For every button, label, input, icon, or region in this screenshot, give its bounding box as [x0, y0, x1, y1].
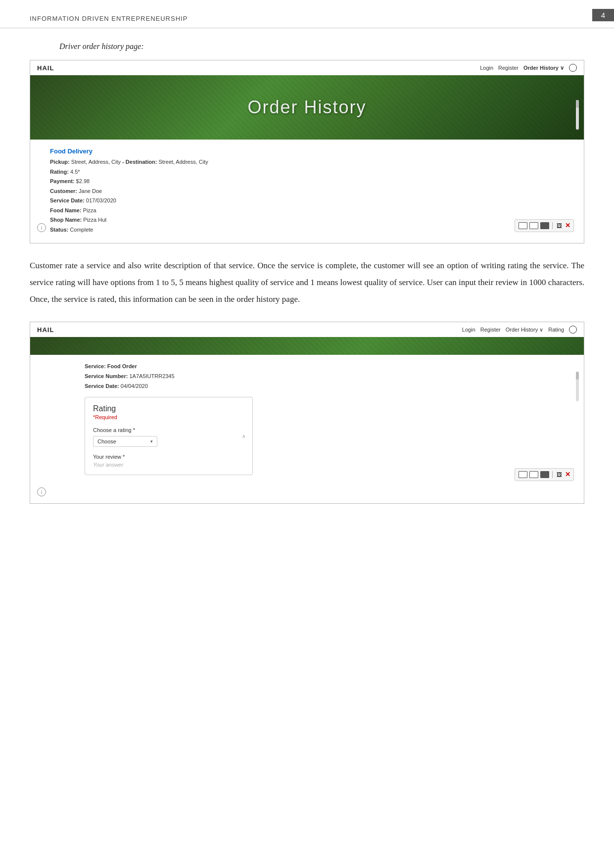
customer-label: Customer:: [50, 188, 77, 194]
service-date-detail: Service Date: 017/03/2020: [50, 196, 574, 205]
info-icon-1: i: [37, 223, 46, 232]
edit-icon-1[interactable]: [529, 222, 538, 229]
service-date-value: 017/03/2020: [86, 197, 116, 203]
hero-title-1: Order History: [247, 97, 366, 118]
pickup-label: Pickup:: [50, 159, 70, 165]
food-name-detail: Food Name: Pizza: [50, 206, 574, 215]
hero-area-1: Order History: [30, 75, 584, 140]
nav-logo-2: HAIL: [37, 326, 54, 334]
body-text: Customer rate a service and also write d…: [30, 257, 584, 308]
service-number-label: Service Number:: [85, 373, 128, 379]
view-icon-2[interactable]: [519, 471, 527, 478]
shop-name-value: Pizza Hut: [83, 217, 106, 223]
shop-name-label: Shop Name:: [50, 217, 82, 223]
food-name-value: Pizza: [83, 207, 96, 213]
page-number: 4: [592, 9, 614, 21]
document-header: INFORMATION DRIVEN ENTREPRENEURSHIP 4: [0, 0, 614, 28]
customer-value: Jane Doe: [79, 188, 102, 194]
nav-link-order-history-2[interactable]: Order History ∨: [506, 327, 543, 333]
info-icon-2: i: [37, 487, 46, 496]
service-number-row: Service Number: 1A7A5IUTRR2345: [85, 372, 574, 382]
nav-link-rating-2[interactable]: Rating: [548, 327, 564, 333]
service-date-value-2: 04/04/2020: [121, 383, 148, 389]
view-icon-1[interactable]: [519, 222, 527, 229]
delete-icon-1[interactable]: [540, 222, 549, 229]
destination-label: - Destination:: [122, 159, 157, 165]
image-icon-1[interactable]: 🖼: [555, 222, 563, 229]
service-info: Service: Food Order Service Number: 1A7A…: [85, 362, 574, 391]
nav-link-register-1[interactable]: Register: [498, 65, 519, 71]
service-number-value: 1A7A5IUTRR2345: [130, 373, 175, 379]
body-text-content: Customer rate a service and also write d…: [30, 261, 584, 304]
customer-detail: Customer: Jane Doe: [50, 187, 574, 195]
service-type-label: Service: Food Order: [85, 363, 137, 369]
rating-select[interactable]: Choose ▾: [93, 436, 157, 447]
screenshot-order-history: HAIL Login Register Order History ∨ Orde…: [30, 60, 584, 243]
status-detail: Status: Complete: [50, 226, 574, 234]
payment-detail: Payment: $2.98: [50, 177, 574, 186]
status-value: Complete: [70, 227, 93, 233]
nav-links-2: Login Register Order History ∨ Rating: [462, 326, 577, 334]
destination-value: Street, Address, City: [158, 159, 208, 165]
shop-name-detail: Shop Name: Pizza Hut: [50, 216, 574, 224]
action-bar-1: 🖼 ✕: [515, 219, 574, 232]
choose-rating-label: Choose a rating *: [93, 427, 244, 433]
status-label: Status:: [50, 227, 68, 233]
close-icon-2[interactable]: ✕: [565, 471, 570, 479]
delete-icon-2[interactable]: [540, 471, 549, 478]
service-type-row: Service: Food Order: [85, 362, 574, 372]
rating-select-text: Choose: [97, 438, 150, 444]
payment-value: $2.98: [76, 178, 90, 184]
image-icon-2[interactable]: 🖼: [555, 471, 563, 478]
action-divider-2: [552, 471, 553, 478]
chevron-down-icon: ▾: [150, 439, 153, 444]
payment-label: Payment:: [50, 178, 75, 184]
section-label: Driver order history page:: [59, 42, 614, 51]
action-divider-1: [552, 222, 553, 229]
nav-links-1: Login Register Order History ∨: [480, 64, 577, 72]
scroll-bar-1[interactable]: [576, 100, 579, 130]
nav-bar-2: HAIL Login Register Order History ∨ Rati…: [30, 322, 584, 337]
nav-bar-1: HAIL Login Register Order History ∨: [30, 60, 584, 75]
order-card-title: Food Delivery: [50, 147, 574, 155]
nav-link-register-2[interactable]: Register: [480, 327, 501, 333]
scroll-thumb-1: [576, 100, 579, 108]
order-card: Food Delivery Pickup: Street, Address, C…: [30, 140, 584, 243]
edit-icon-2[interactable]: [529, 471, 538, 478]
rating-form-card: ∧ Rating *Required Choose a rating * Cho…: [85, 397, 253, 475]
nav-link-order-history-1[interactable]: Order History ∨: [523, 65, 564, 71]
rating-required-text: *Required: [93, 414, 244, 420]
nav-logo-1: HAIL: [37, 64, 54, 72]
nav-link-login-2[interactable]: Login: [462, 327, 475, 333]
nav-link-login-1[interactable]: Login: [480, 65, 493, 71]
rating-label: Rating:: [50, 169, 69, 175]
review-label: Your review *: [93, 454, 244, 460]
rating-value: 4.5*: [70, 169, 80, 175]
rating-form-title: Rating: [93, 404, 244, 413]
pickup-value: Street, Address, City: [71, 159, 121, 165]
food-name-label: Food Name:: [50, 207, 82, 213]
search-icon-2[interactable]: [569, 326, 577, 334]
service-date-row-2: Service Date: 04/04/2020: [85, 382, 574, 391]
document-title: INFORMATION DRIVEN ENTREPRENEURSHIP: [30, 15, 188, 22]
service-date-label-2: Service Date:: [85, 383, 119, 389]
scroll-bar-2[interactable]: [576, 372, 579, 401]
pickup-detail: Pickup: Street, Address, City - Destinat…: [50, 158, 574, 166]
service-date-label: Service Date:: [50, 197, 85, 203]
screenshot-rating: HAIL Login Register Order History ∨ Rati…: [30, 322, 584, 504]
search-icon-1[interactable]: [569, 64, 577, 72]
rating-content: Service: Food Order Service Number: 1A7A…: [30, 355, 584, 482]
close-icon-1[interactable]: ✕: [565, 222, 570, 230]
scroll-thumb-2: [576, 372, 579, 380]
scroll-up-indicator: ∧: [242, 434, 245, 439]
action-bar-2: 🖼 ✕: [515, 468, 574, 481]
rating-detail: Rating: 4.5*: [50, 168, 574, 176]
review-placeholder: Your answer: [93, 462, 123, 468]
